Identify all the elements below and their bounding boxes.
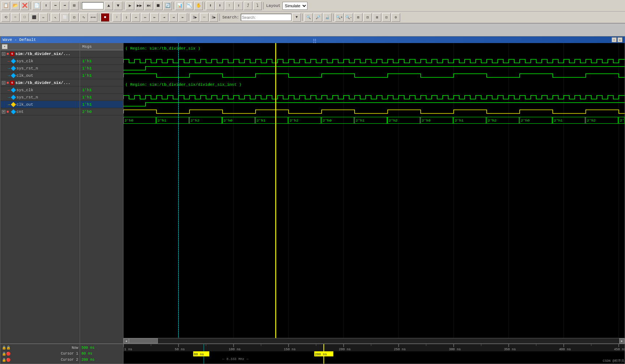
tb-step4-icon[interactable]: ⇑ — [234, 1, 243, 10]
group-row-1[interactable]: - ■ G sim:/tb_divider_six/... — [0, 50, 80, 58]
now-value-row: 500 ns — [81, 345, 122, 351]
tb2-zoom-out[interactable]: 🔍- — [344, 13, 353, 22]
tb2-find1[interactable]: 🔍 — [304, 13, 313, 22]
tb2-4[interactable]: ⬛ — [30, 13, 38, 22]
grp1-minus-icon: ■ — [7, 52, 9, 56]
tb-stop-icon[interactable]: ⏹ — [154, 1, 163, 10]
layout-select[interactable]: Simulate — [282, 2, 307, 10]
svg-text:2'h0: 2'h0 — [125, 119, 133, 123]
tb-step6-icon[interactable]: ⤵ — [253, 1, 262, 10]
tb-time-down-icon[interactable]: ▼ — [114, 1, 122, 10]
tb-arrow-right-icon[interactable]: ➡ — [60, 1, 69, 10]
signal-row-sys_clk_1[interactable]: — sys_clk — [0, 58, 80, 65]
s1-name: sys_clk — [17, 59, 33, 63]
hscroll[interactable]: ◀ ▶ — [123, 338, 625, 343]
tb2-find2[interactable]: 🔎 — [314, 13, 322, 22]
tb-file-icon[interactable]: 📋 — [1, 1, 10, 10]
hscroll-left-btn[interactable]: ◀ — [123, 338, 129, 344]
msgs-row-clkout1: 1'h1 — [80, 72, 123, 79]
tb2-cursor6[interactable]: ⇥ — [160, 13, 168, 22]
tb2-5[interactable]: ✏ — [39, 13, 48, 22]
tb-step3-icon[interactable]: ↑ — [225, 1, 234, 10]
tb2-red-square[interactable]: ■ — [101, 13, 109, 22]
svg-text:450 ns: 450 ns — [614, 347, 625, 351]
tb2-search-down[interactable]: ▼ — [292, 13, 301, 22]
wave-float-btn[interactable]: + — [612, 37, 617, 42]
tb2-2[interactable]: ○ — [11, 13, 20, 22]
tb-run1-icon[interactable]: ▶ — [126, 1, 134, 10]
tb-cursor-icon[interactable]: ✋ — [194, 1, 203, 10]
tb-run2-icon[interactable]: ▶▶ — [135, 1, 144, 10]
signal-row-sys_rst_n_2[interactable]: → sys_rst_n — [0, 94, 80, 101]
tb2-zoom-sel[interactable]: ⊟ — [363, 13, 372, 22]
svg-text:2'h0: 2'h0 — [521, 119, 529, 123]
tb2-zoom-fit[interactable]: ⊞ — [354, 13, 362, 22]
tb2-3-icon[interactable]: 3▶ — [209, 13, 218, 22]
cursor1-row: 🔒🔴 Cursor 1 — [2, 351, 78, 357]
tb-run3-icon[interactable]: ⏭ — [144, 1, 153, 10]
time-input[interactable]: 500 ns — [82, 2, 104, 9]
waveform-svg: ( Region: sim:/tb_divider_six ) ( Region… — [123, 43, 625, 343]
tb2-find3[interactable]: 🔬 — [323, 13, 332, 22]
sep9 — [111, 14, 111, 21]
tb-open-icon[interactable]: 📂 — [11, 1, 20, 10]
signal-row-sys_clk_2[interactable]: — sys_clk — [0, 86, 80, 94]
tb2-select-box[interactable]: ⬜ — [60, 13, 69, 22]
signal-row-clk_out_1[interactable]: → clk_out — [0, 72, 80, 79]
expand-grp1-btn[interactable]: - — [2, 52, 5, 56]
tb2-3[interactable]: □ — [20, 13, 29, 22]
tb2-cursor1[interactable]: ↕ — [113, 13, 121, 22]
tb2-arrow-grp[interactable]: ↔ — [200, 13, 209, 22]
tb2-1[interactable]: ⟲ — [1, 13, 10, 22]
msgs-row-clkout2: 1'h1 — [80, 101, 123, 108]
svg-text:2'h2: 2'h2 — [190, 119, 199, 123]
cnt-diamond-icon — [11, 109, 16, 114]
msgs-panel: Msgs 1'h1 1'h1 1'h1 1'h1 1'h1 1'h1 2'h0 — [80, 43, 123, 343]
signal-row-cnt[interactable]: + ■ cnt — [0, 108, 80, 115]
tb2-wave-icon[interactable]: ∿ — [79, 13, 88, 22]
tb-step2-icon[interactable]: ⬇ — [215, 1, 224, 10]
svg-text:2'h1: 2'h1 — [455, 119, 463, 123]
tb2-cursor8[interactable]: ⇤ — [179, 13, 187, 22]
signal-row-clk_out_2[interactable]: → clk_out — [0, 101, 80, 108]
tb-sim1-icon[interactable]: 📊 — [175, 1, 184, 10]
tb2-cursor-arrow[interactable]: ↖ — [51, 13, 60, 22]
svg-text:100 ns: 100 ns — [229, 347, 241, 351]
tb-close-icon[interactable]: ❌ — [20, 1, 29, 10]
hscroll-right-btn[interactable]: ▶ — [619, 338, 625, 344]
expand-cnt-btn[interactable]: + — [2, 110, 5, 114]
tb2-zoom-all[interactable]: ⊠ — [373, 13, 381, 22]
tb2-zoom-in[interactable]: 🔍+ — [335, 13, 344, 22]
tb-restart-icon[interactable]: 🔄 — [163, 1, 172, 10]
grp1-type-icon: G — [10, 52, 14, 56]
tb2-cursor2[interactable]: ↧ — [122, 13, 131, 22]
tb2-cursor5[interactable]: ⇤ — [150, 13, 159, 22]
tb-sim2-icon[interactable]: 📉 — [185, 1, 193, 10]
tb-time-up-icon[interactable]: ▲ — [104, 1, 113, 10]
svg-text:50 ns: 50 ns — [175, 347, 185, 351]
tb2-3arrow[interactable]: 3▶ — [190, 13, 199, 22]
tb2-zoom-full[interactable]: ⊡ — [382, 13, 391, 22]
tb2-cursor7[interactable]: ⇥ — [169, 13, 178, 22]
hscroll-thumb[interactable] — [129, 338, 158, 343]
group-row-2[interactable]: - ■ G sim:/tb_divider_six/... — [0, 79, 80, 86]
tb2-cursor4[interactable]: ↦ — [141, 13, 150, 22]
tb-arrow-up-icon[interactable]: ⬆ — [42, 1, 50, 10]
tb-select-icon[interactable]: ⊞ — [70, 1, 79, 10]
tb-copy-icon[interactable]: 📄 — [32, 1, 41, 10]
add-signal-btn[interactable]: ▾ — [2, 44, 8, 49]
tb2-cursor3[interactable]: ↤ — [131, 13, 140, 22]
msgs-row-sysclk1: 1'h1 — [80, 58, 123, 65]
tb-arrow-left-icon[interactable]: ⬅ — [51, 1, 60, 10]
expand-grp2-btn[interactable]: - — [2, 81, 5, 85]
signal-row-sys_rst_n_1[interactable]: → sys_rst_n — [0, 65, 80, 72]
tb2-divider-icon[interactable]: ⟺ — [89, 13, 97, 22]
tb2-zoom-box[interactable]: ⊡ — [70, 13, 79, 22]
wave-close-btn[interactable]: ✕ — [617, 37, 622, 42]
waveform-panel[interactable]: ( Region: sim:/tb_divider_six ) ( Region… — [123, 43, 625, 343]
tb-step1-icon[interactable]: ⬆ — [206, 1, 215, 10]
search-input[interactable] — [241, 14, 291, 21]
sep7 — [49, 14, 50, 21]
tb2-prop[interactable]: ⚙ — [391, 13, 400, 22]
tb-step5-icon[interactable]: ⤴ — [244, 1, 252, 10]
